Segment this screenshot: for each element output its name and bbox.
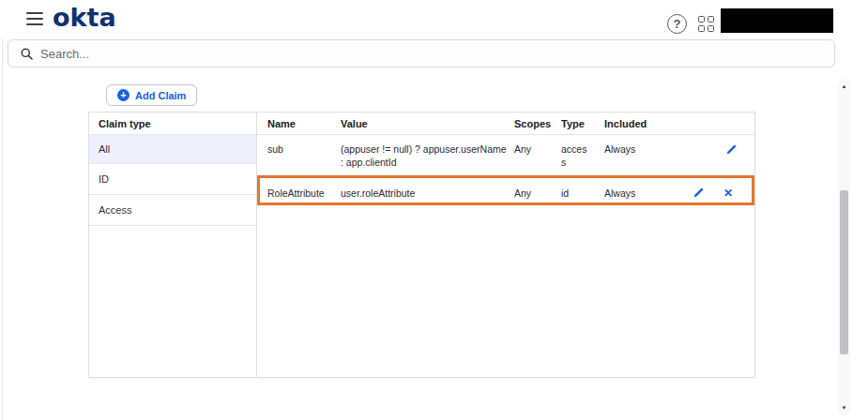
scroll-up-icon[interactable]: ▲ <box>838 82 850 90</box>
column-name: Name <box>267 118 341 134</box>
panel-left-edge <box>2 38 3 420</box>
scroll-down-icon[interactable]: ▼ <box>838 404 850 412</box>
cell-scopes: Any <box>514 187 561 200</box>
okta-logo[interactable]: okta <box>53 3 116 32</box>
cell-value: (appuser != null) ? appuser.userName : a… <box>341 142 514 175</box>
cell-name: RoleAttribute <box>267 187 341 200</box>
plus-icon: + <box>117 89 129 101</box>
cell-included: Always <box>604 142 676 175</box>
cell-type: access <box>561 142 604 175</box>
claim-type-item-access[interactable]: Access <box>89 195 256 226</box>
claim-type-panel: Claim type All ID Access <box>89 112 257 377</box>
scrollbar-thumb[interactable] <box>840 190 848 354</box>
cell-type: id <box>561 187 604 200</box>
cell-included: Always <box>604 187 676 200</box>
column-scopes: Scopes <box>514 118 561 134</box>
apps-grid-icon[interactable] <box>698 16 715 33</box>
claim-type-label: Access <box>99 204 131 216</box>
add-claim-button[interactable]: + Add Claim <box>106 84 197 106</box>
claim-type-label: All <box>99 143 110 155</box>
column-included: Included <box>604 118 676 134</box>
redacted-account-block <box>721 8 833 33</box>
claim-type-item-all[interactable]: All <box>89 135 256 164</box>
column-value: Value <box>341 118 514 134</box>
claims-table: Claim type All ID Access Name Value Scop… <box>88 112 755 378</box>
table-row-sub: sub (appuser != null) ? appuser.userName… <box>257 135 754 176</box>
claims-list-panel: Name Value Scopes Type Included sub (app… <box>257 112 754 377</box>
claim-type-label: ID <box>99 173 109 185</box>
cell-scopes: Any <box>514 142 561 175</box>
claims-table-header: Name Value Scopes Type Included <box>257 112 754 135</box>
top-bar: okta ? <box>0 0 868 38</box>
claim-type-item-id[interactable]: ID <box>89 164 256 195</box>
vertical-scrollbar[interactable]: ▲ ▼ <box>838 79 850 415</box>
claim-type-header: Claim type <box>89 112 256 135</box>
delete-claim-icon[interactable]: ✕ <box>722 187 735 200</box>
edit-claim-icon[interactable] <box>724 142 738 156</box>
menu-icon[interactable] <box>26 12 43 25</box>
table-row-roleattribute-highlighted[interactable]: RoleAttribute user.roleAttribute Any id … <box>257 175 754 205</box>
help-icon[interactable]: ? <box>667 14 687 34</box>
cell-name: sub <box>267 142 341 175</box>
search-input[interactable] <box>40 47 697 61</box>
global-search-bar[interactable] <box>8 39 835 68</box>
search-icon <box>21 48 33 60</box>
column-type: Type <box>561 118 604 134</box>
cell-value: user.roleAttribute <box>341 187 514 200</box>
edit-claim-icon[interactable] <box>692 187 705 200</box>
add-claim-label: Add Claim <box>135 90 186 101</box>
